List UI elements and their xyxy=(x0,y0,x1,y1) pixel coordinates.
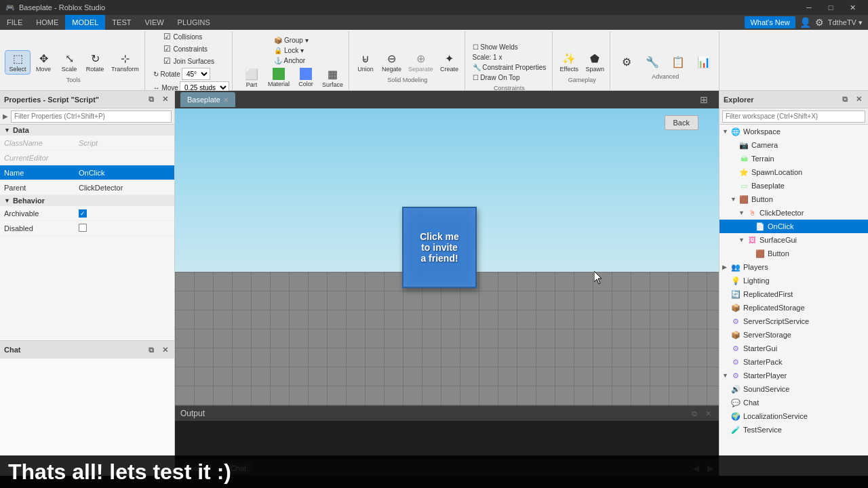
menu-test[interactable]: TEST xyxy=(105,15,138,30)
tree-item-button[interactable]: ▼🟫Button xyxy=(719,192,868,206)
tree-item-camera[interactable]: 📷Camera xyxy=(719,138,868,152)
user-icon[interactable]: 👤 xyxy=(800,17,811,28)
tree-expand-icon[interactable]: ▼ xyxy=(738,209,747,216)
tree-expand-icon[interactable]: ▼ xyxy=(722,128,730,135)
surface-button[interactable]: ▦Surface xyxy=(319,66,346,89)
advanced-btn-3[interactable]: 📋 xyxy=(666,54,690,70)
collisions-toggle[interactable]: ☑ Collisions xyxy=(160,31,218,42)
properties-detach-button[interactable]: ⧉ xyxy=(146,94,157,105)
tree-item-replicatedstorage[interactable]: 📦ReplicatedStorage xyxy=(719,301,868,314)
tree-item-spawnlocation[interactable]: ⭐SpawnLocation xyxy=(719,165,868,179)
tree-item-replicatedfirst[interactable]: 🔄ReplicatedFirst xyxy=(719,287,868,301)
material-button[interactable]: Material xyxy=(265,66,292,89)
settings-icon[interactable]: ⚙ xyxy=(815,17,824,28)
tree-item-icon: ⭐ xyxy=(738,167,749,178)
tree-item-chat[interactable]: 💬Chat xyxy=(719,396,868,409)
viewport-scene[interactable]: Click meto invitea friend! Back xyxy=(175,108,719,405)
spawn-button[interactable]: ⬟Spawn xyxy=(583,51,607,74)
anchor-button[interactable]: ⚓ Anchor xyxy=(271,56,311,65)
tree-item-localizationservice[interactable]: 🌍LocalizationService xyxy=(719,409,868,423)
explorer-close-button[interactable]: ✕ xyxy=(853,94,864,105)
union-button[interactable]: ⊌Union xyxy=(353,51,378,74)
menu-view[interactable]: VIEW xyxy=(138,15,170,30)
move-tool[interactable]: ✥ Move xyxy=(31,51,56,74)
advanced-btn-2[interactable]: 🔧 xyxy=(640,54,665,70)
viewport-tab-baseplate[interactable]: Baseplate ✕ xyxy=(180,92,235,107)
tree-expand-icon[interactable]: ▼ xyxy=(730,196,738,203)
part-button[interactable]: ⬜Part xyxy=(239,66,264,89)
layout-icon[interactable]: ⊞ xyxy=(700,94,708,105)
constraints-toggle[interactable]: ☑ Constraints xyxy=(160,43,218,54)
rotate-value-select[interactable]: 45° xyxy=(182,68,210,80)
tree-item-button2[interactable]: 🟫Button xyxy=(719,247,868,260)
group-button[interactable]: 📦 Group ▾ xyxy=(271,36,311,45)
tree-item-starterpack[interactable]: ⚙StarterPack xyxy=(719,355,868,369)
create-button[interactable]: ✦Create xyxy=(437,51,462,74)
tree-item-startergui[interactable]: ⚙StarterGui xyxy=(719,342,868,355)
properties-filter-bar: ▶ xyxy=(0,108,174,125)
back-button[interactable]: Back xyxy=(665,115,698,130)
effects-button[interactable]: ✨Effects xyxy=(557,51,581,74)
prop-value-name: OnClick xyxy=(75,169,174,177)
tree-item-soundservice[interactable]: 🔊SoundService xyxy=(719,382,868,396)
tools-row: ⬚ Select ✥ Move ⤡ Scale ↻ Rotate ⊹ Tra xyxy=(5,51,142,74)
archivable-checkbox[interactable]: ✓ xyxy=(79,209,87,218)
tree-item-surfacegui[interactable]: ▼🖼SurfaceGui xyxy=(719,233,868,247)
prop-row-parent[interactable]: Parent ClickDetector xyxy=(0,180,174,195)
tree-expand-icon[interactable]: ▶ xyxy=(722,264,730,270)
tree-item-label: SpawnLocation xyxy=(751,168,802,176)
tree-item-serverscriptservice[interactable]: ⚙ServerScriptService xyxy=(719,314,868,328)
tree-item-workspace[interactable]: ▼🌐Workspace xyxy=(719,125,868,138)
menu-home[interactable]: HOME xyxy=(29,15,65,30)
chat-close-button[interactable]: ✕ xyxy=(159,344,170,355)
scale-tool[interactable]: ⤡ Scale xyxy=(57,51,81,74)
constraint-properties-button[interactable]: 🔧 Constraint Properties xyxy=(469,63,550,72)
maximize-button[interactable]: □ xyxy=(821,0,841,15)
behavior-section-header[interactable]: ▼ Behavior xyxy=(0,195,174,206)
whats-new-button[interactable]: What's New xyxy=(745,16,795,28)
menu-plugins[interactable]: PLUGINS xyxy=(171,15,217,30)
transform-tool[interactable]: ⊹ Transform xyxy=(108,51,142,74)
tree-item-baseplate[interactable]: ▭Baseplate xyxy=(719,179,868,192)
show-welds-toggle[interactable]: ☐ Show Welds xyxy=(469,43,550,52)
minimize-button[interactable]: ─ xyxy=(799,0,819,15)
menu-model[interactable]: MODEL xyxy=(65,15,105,30)
lock-button[interactable]: 🔒 Lock ▾ xyxy=(271,46,311,55)
output-close-button[interactable]: ✕ xyxy=(703,408,713,419)
tree-item-terrain[interactable]: 🏔Terrain xyxy=(719,152,868,165)
scale-display: Scale: 1 x xyxy=(469,53,550,62)
prop-row-disabled[interactable]: Disabled xyxy=(0,221,174,236)
prop-row-archivable[interactable]: Archivable ✓ xyxy=(0,206,174,221)
draw-on-top-toggle[interactable]: ☐ Draw On Top xyxy=(469,73,550,82)
select-tool[interactable]: ⬚ Select xyxy=(5,51,30,74)
blue-block[interactable]: Click meto invitea friend! xyxy=(402,207,477,288)
output-expand-button[interactable]: ⧉ xyxy=(689,408,700,419)
advanced-btn-4[interactable]: 📊 xyxy=(692,54,716,70)
explorer-filter-input[interactable] xyxy=(722,110,865,123)
properties-filter-input[interactable] xyxy=(11,110,172,123)
menu-file[interactable]: FILE xyxy=(0,15,29,30)
explorer-detach-button[interactable]: ⧉ xyxy=(840,94,850,105)
chat-detach-button[interactable]: ⧉ xyxy=(146,344,157,355)
data-section-header[interactable]: ▼ Data xyxy=(0,125,174,136)
tree-item-testservice[interactable]: 🧪TestService xyxy=(719,423,868,436)
tree-item-players[interactable]: ▶👥Players xyxy=(719,260,868,274)
tree-item-onclick[interactable]: 📄OnClick xyxy=(719,220,868,233)
viewport-tab-close-button[interactable]: ✕ xyxy=(223,96,229,104)
rotate-tool[interactable]: ↻ Rotate xyxy=(83,51,107,74)
color-button[interactable]: Color xyxy=(294,66,318,89)
disabled-checkbox[interactable] xyxy=(79,224,87,232)
tree-expand-icon[interactable]: ▼ xyxy=(738,237,747,243)
tree-item-starterplayer[interactable]: ▼⚙StarterPlayer xyxy=(719,369,868,382)
advanced-btn-1[interactable]: ⚙ xyxy=(614,54,639,70)
prop-row-name[interactable]: Name OnClick xyxy=(0,165,174,180)
tree-expand-icon[interactable]: ▼ xyxy=(722,372,730,379)
negate-button[interactable]: ⊖Negate xyxy=(379,51,404,74)
tree-item-serverstorage[interactable]: 📦ServerStorage xyxy=(719,328,868,342)
tree-item-clickdetector[interactable]: ▼🖱ClickDetector xyxy=(719,206,868,220)
properties-close-button[interactable]: ✕ xyxy=(159,94,170,105)
join-surfaces-toggle[interactable]: ☑ Join Surfaces xyxy=(160,56,218,66)
separate-button[interactable]: ⊕Separate xyxy=(406,51,436,74)
tree-item-lighting[interactable]: 💡Lighting xyxy=(719,274,868,287)
close-button[interactable]: ✕ xyxy=(842,0,863,15)
